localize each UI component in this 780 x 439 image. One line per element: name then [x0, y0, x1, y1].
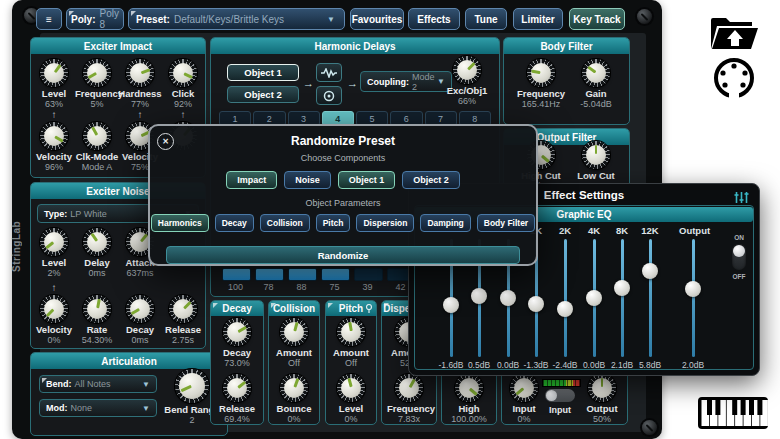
knob-dial[interactable] — [83, 228, 111, 256]
slider-handle[interactable] — [471, 288, 487, 304]
decay-decay-knob[interactable]: Decay 73.0% — [215, 318, 259, 368]
param-harmonics-button[interactable]: Harmonics — [151, 214, 209, 232]
eq-slider[interactable] — [608, 239, 636, 357]
knob-dial[interactable] — [582, 141, 610, 169]
knob-dial[interactable] — [453, 56, 481, 84]
impact-click-knob[interactable]: Click 92% — [161, 59, 205, 109]
param-dispersion-button[interactable]: Dispersion — [356, 214, 414, 232]
param-damping-button[interactable]: Damping — [420, 214, 470, 232]
component-object1-button[interactable]: Object 1 — [338, 171, 396, 189]
noise-velocity-knob[interactable]: Velocity 0% — [32, 295, 76, 345]
slider-handle[interactable] — [557, 301, 573, 317]
knob-dial[interactable] — [83, 59, 111, 87]
param-collision-button[interactable]: Collision — [260, 214, 310, 232]
knob-dial[interactable] — [126, 295, 154, 323]
noise-decay-knob[interactable]: Decay 0ms — [118, 295, 162, 345]
component-impact-button[interactable]: Impact — [226, 171, 277, 189]
poly-button[interactable]: Poly: Poly 8 — [66, 8, 124, 30]
slider-handle[interactable] — [528, 296, 544, 312]
slider-handle[interactable] — [586, 290, 602, 306]
knob-dial[interactable] — [280, 318, 308, 346]
param-bodyfilter-button[interactable]: Body Filter — [477, 214, 535, 232]
tune-button[interactable]: Tune — [465, 8, 507, 30]
knob-dial[interactable] — [83, 295, 111, 323]
collision-amount-knob[interactable]: Amount Off — [272, 318, 316, 368]
knob-dial[interactable] — [40, 295, 68, 323]
impact-hardness-knob[interactable]: Hardness 77% — [118, 59, 162, 109]
harmonic-bar[interactable] — [255, 268, 284, 281]
noise-level-knob[interactable]: Level 2% — [32, 228, 76, 278]
mod-dropdown[interactable]: Mod: None ▼ — [39, 399, 157, 417]
folder-open-button[interactable] — [708, 13, 760, 57]
noise-release-knob[interactable]: Release 2.75s — [161, 295, 205, 345]
component-noise-button[interactable]: Noise — [284, 171, 331, 189]
limiter-button[interactable]: Limiter — [513, 8, 563, 30]
key-track-button[interactable]: Key Track — [569, 8, 625, 30]
favourites-button[interactable]: Favourites — [350, 8, 404, 30]
impact-velocity-knob[interactable]: Velocity 96% — [32, 122, 76, 172]
midi-settings-button[interactable] — [712, 56, 756, 104]
knob-dial[interactable] — [40, 228, 68, 256]
harmonic-bar[interactable] — [222, 268, 251, 281]
randomize-button[interactable]: Randomize — [166, 246, 520, 264]
impact-level-knob[interactable]: Level 63% — [32, 59, 76, 109]
exciter-route-button[interactable] — [316, 63, 342, 82]
slider-handle[interactable] — [642, 263, 658, 279]
pitch-amount-knob[interactable]: Amount Off — [329, 318, 373, 368]
knob-dial[interactable] — [175, 369, 209, 403]
impact-frequency-knob[interactable]: Frequency 5% — [75, 59, 119, 109]
input-toggle[interactable] — [545, 389, 575, 402]
knob-dial[interactable] — [395, 374, 423, 402]
eq-slider[interactable] — [551, 239, 579, 357]
object1-button[interactable]: Object 1 — [227, 64, 299, 81]
eq-on-off-toggle[interactable] — [732, 244, 746, 270]
eq-slider[interactable] — [636, 239, 664, 357]
dispersion-frequency-knob[interactable]: Frequency 7.83x — [387, 374, 431, 424]
object2-button[interactable]: Object 2 — [227, 86, 299, 103]
slider-handle[interactable] — [614, 280, 630, 296]
knob-dial[interactable] — [169, 59, 197, 87]
knob-dial[interactable] — [510, 374, 538, 402]
knob-dial[interactable] — [582, 59, 610, 87]
knob-dial[interactable] — [455, 374, 483, 402]
knob-dial[interactable] — [280, 374, 308, 402]
noise-delay-knob[interactable]: Delay 0ms — [75, 228, 119, 278]
master-input-knob[interactable]: Input 0% — [502, 374, 546, 424]
knob-dial[interactable] — [527, 59, 555, 87]
slider-handle[interactable] — [500, 290, 516, 306]
damper-route-button[interactable] — [316, 86, 342, 105]
pitch-level-knob[interactable]: Level 0% — [329, 374, 373, 424]
component-object2-button[interactable]: Object 2 — [402, 171, 460, 189]
param-decay-button[interactable]: Decay — [215, 214, 254, 232]
sliders-icon[interactable] — [734, 191, 749, 204]
keyboard-toggle-button[interactable] — [697, 396, 769, 434]
knob-dial[interactable] — [126, 59, 154, 87]
exc-obj1-knob[interactable]: Exc/Obj1 66% — [439, 56, 495, 106]
impact-clkmode-knob[interactable]: Clk-Mode Mode A — [75, 122, 119, 172]
noise-rate-knob[interactable]: Rate 54.30% — [75, 295, 119, 345]
harmonic-bar[interactable] — [354, 268, 383, 281]
master-output-knob[interactable]: Output 50% — [580, 374, 624, 424]
body-frequency-knob[interactable]: Frequency 165.41Hz — [513, 59, 569, 109]
knob-dial[interactable] — [40, 122, 68, 150]
effects-button[interactable]: Effects — [408, 8, 460, 30]
slider-handle[interactable] — [685, 281, 701, 297]
knob-dial[interactable] — [337, 374, 365, 402]
menu-button[interactable]: ≡ — [36, 8, 62, 30]
knob-dial[interactable] — [83, 122, 111, 150]
collision-bounce-knob[interactable]: Bounce 0% — [272, 374, 316, 424]
slider-handle[interactable] — [443, 297, 459, 313]
bend-dropdown[interactable]: Bend: All Notes ▼ — [39, 375, 157, 393]
harmonic-bar[interactable] — [321, 268, 350, 281]
decay-release-knob[interactable]: Release 69.4% — [215, 374, 259, 424]
eq-slider[interactable] — [580, 239, 608, 357]
body-gain-knob[interactable]: Gain -5.04dB — [568, 59, 624, 109]
harmonic-bar[interactable] — [288, 268, 317, 281]
knob-dial[interactable] — [40, 59, 68, 87]
param-pitch-button[interactable]: Pitch — [316, 214, 351, 232]
knob-dial[interactable] — [169, 295, 197, 323]
preset-selector[interactable]: Preset: Default/Keys/Brittle Keys ▼ — [128, 8, 345, 30]
knob-dial[interactable] — [588, 374, 616, 402]
knob-dial[interactable] — [337, 318, 365, 346]
knob-dial[interactable] — [223, 318, 251, 346]
